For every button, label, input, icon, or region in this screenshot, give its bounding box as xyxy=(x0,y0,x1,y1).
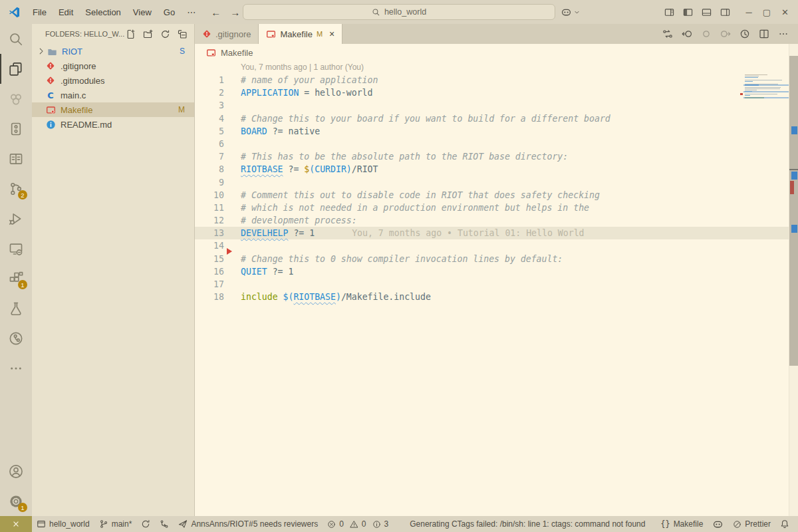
code-editor[interactable]: You, 7 months ago | 1 author (You) 1# na… xyxy=(195,61,798,516)
close-button[interactable]: ✕ xyxy=(781,7,789,17)
status-git-branch[interactable]: main* xyxy=(94,516,137,532)
status-problems[interactable]: 003 xyxy=(323,516,396,532)
activity-source-control[interactable]: 2 xyxy=(0,174,32,203)
status-copilot[interactable] xyxy=(708,516,728,532)
activity-explorer[interactable] xyxy=(0,54,32,84)
status-workspace[interactable]: hello_world xyxy=(32,516,94,532)
file-item-.gitignore[interactable]: .gitignore xyxy=(32,59,194,73)
file-tree: RIOT S .gitignore .gitmodules C main.c M… xyxy=(32,44,194,132)
more-actions-icon[interactable] xyxy=(778,29,789,39)
code-line[interactable]: 10# Comment this out to disable code in … xyxy=(195,189,798,201)
activity-documentation[interactable] xyxy=(0,144,32,174)
activity-testing[interactable] xyxy=(0,293,32,323)
close-tab-icon[interactable]: × xyxy=(329,29,334,39)
activity-raspberry-pi[interactable] xyxy=(0,84,32,114)
minimap[interactable] xyxy=(745,74,787,98)
file-item-RIOT[interactable]: RIOT S xyxy=(32,44,194,59)
activity-gitlens[interactable] xyxy=(0,323,32,353)
code-line[interactable]: 14 xyxy=(195,239,798,252)
code-line[interactable]: 18include $(RIOTBASE)/Makefile.include xyxy=(195,291,798,303)
toggle-panel-icon[interactable] xyxy=(702,7,712,17)
line-number: 9 xyxy=(195,176,224,189)
code-line[interactable]: 13DEVELHELP ?= 1You, 7 months ago • Tuto… xyxy=(195,227,798,239)
menu-item[interactable]: ⋯ xyxy=(181,0,201,24)
activity-settings[interactable]: 1 xyxy=(0,486,32,516)
maximize-button[interactable]: ▢ xyxy=(763,7,771,17)
scrollbar-slider[interactable] xyxy=(789,56,798,366)
file-history-icon[interactable] xyxy=(739,29,750,39)
rocket-icon xyxy=(178,519,188,529)
activity-embedded-board[interactable] xyxy=(0,114,32,144)
activity-run-debug[interactable] xyxy=(0,203,32,233)
menu-item[interactable]: File xyxy=(27,0,53,24)
activity-more-views[interactable] xyxy=(0,353,32,383)
activity-accounts[interactable] xyxy=(0,456,32,486)
menu-item[interactable]: Edit xyxy=(53,0,79,24)
code-line[interactable]: 3 xyxy=(195,99,798,112)
code-line[interactable]: 8RIOTBASE ?= $(CURDIR)/RIOT xyxy=(195,163,798,176)
gitlens-blame-header: You, 7 months ago | 1 author (You) xyxy=(195,61,798,74)
status-label: Prettier xyxy=(745,519,771,529)
status-language-mode[interactable]: {}Makefile xyxy=(656,516,708,532)
editor-toolbar xyxy=(662,24,798,44)
line-number: 17 xyxy=(195,278,224,291)
nav-back-icon[interactable]: ← xyxy=(211,7,221,18)
status-sync[interactable] xyxy=(136,516,155,532)
open-changes-icon[interactable] xyxy=(662,29,673,39)
status-ctags-message[interactable]: Generating CTags failed: /bin/sh: line 1… xyxy=(405,516,650,532)
status-notifications[interactable] xyxy=(775,516,794,532)
toggle-secondary-sidebar-icon[interactable] xyxy=(720,7,730,17)
code-line[interactable]: 16QUIET ?= 1 xyxy=(195,265,798,278)
command-center-search[interactable]: hello_world xyxy=(243,4,555,20)
activity-search[interactable] xyxy=(0,24,32,54)
folders-section-title[interactable]: FOLDERS: HELLO_W... xyxy=(45,30,124,38)
code-line[interactable]: 15# Change this to 0 show compiler invoc… xyxy=(195,253,798,265)
file-item-README.md[interactable]: README.md xyxy=(32,117,194,132)
status-gitlens-compare[interactable] xyxy=(155,516,174,532)
file-item-Makefile[interactable]: Makefile M xyxy=(32,102,194,117)
overview-ruler[interactable] xyxy=(789,44,798,516)
line-number: 8 xyxy=(195,163,224,176)
file-item-.gitmodules[interactable]: .gitmodules xyxy=(32,73,194,88)
previous-change-icon[interactable] xyxy=(682,29,692,39)
next-change-icon[interactable] xyxy=(720,29,731,39)
code-line[interactable]: 1# name of your application xyxy=(195,74,798,86)
file-item-main.c[interactable]: C main.c xyxy=(32,88,194,102)
line-number: 12 xyxy=(195,214,224,227)
code-line[interactable]: 9 xyxy=(195,176,798,189)
status-prettier[interactable]: Prettier xyxy=(728,516,775,532)
status-pull-request[interactable]: AnnsAnns/RIOT#5 needs reviewers xyxy=(174,516,323,532)
collapse-all-icon[interactable] xyxy=(178,29,188,39)
nav-forward-icon[interactable]: → xyxy=(230,7,240,18)
activity-remote-explorer[interactable] xyxy=(0,233,32,263)
split-editor-icon[interactable] xyxy=(759,29,769,39)
menu-item[interactable]: Go xyxy=(158,0,181,24)
minimize-button[interactable]: ─ xyxy=(746,7,752,17)
remote-indicator[interactable] xyxy=(0,516,32,532)
new-folder-icon[interactable] xyxy=(143,29,153,39)
code-line[interactable]: 6 xyxy=(195,138,798,150)
status-left: hello_worldmain*AnnsAnns/RIOT#5 needs re… xyxy=(32,516,650,532)
code-line[interactable]: 4# Change this to your board if you want… xyxy=(195,112,798,125)
copilot-menu[interactable] xyxy=(561,4,581,20)
code-line[interactable]: 7# This has to be the absolute path to t… xyxy=(195,150,798,163)
activity-extensions[interactable]: 1 xyxy=(0,263,32,293)
status-label: Makefile xyxy=(674,519,704,529)
code-line[interactable]: 12# development process: xyxy=(195,214,798,227)
code-line[interactable]: 5BOARD ?= native xyxy=(195,125,798,138)
tab-.gitignore[interactable]: .gitignore xyxy=(195,24,259,44)
line-number: 2 xyxy=(195,86,224,99)
code-line[interactable]: 17 xyxy=(195,278,798,291)
code-line[interactable]: 11# which is not needed in a production … xyxy=(195,201,798,214)
code-line[interactable]: 2APPLICATION = hello-world xyxy=(195,86,798,99)
new-file-icon[interactable] xyxy=(126,29,136,39)
tab-Makefile[interactable]: Makefile M × xyxy=(259,24,342,44)
refresh-icon[interactable] xyxy=(160,29,170,39)
customize-layout-icon[interactable] xyxy=(664,7,674,17)
menu-item[interactable]: View xyxy=(127,0,158,24)
toggle-sidebar-icon[interactable] xyxy=(683,7,693,17)
line-number: 3 xyxy=(195,99,224,112)
menu-item[interactable]: Selection xyxy=(79,0,126,24)
breadcrumb[interactable]: Makefile xyxy=(195,44,798,61)
revision-circle-icon[interactable] xyxy=(701,29,712,39)
